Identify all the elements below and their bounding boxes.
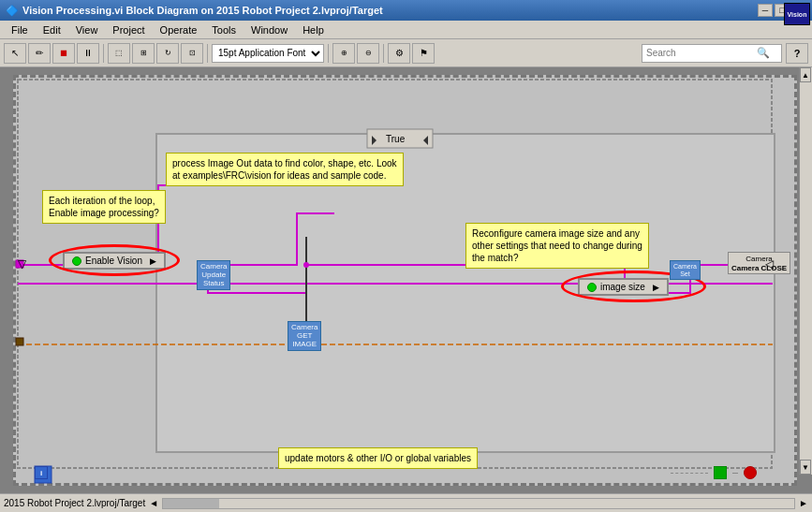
green-indicator [714, 466, 727, 479]
svg-text:True: True [386, 134, 406, 144]
menu-project[interactable]: Project [105, 22, 152, 37]
title-bar-icon: 🔷 [6, 5, 19, 17]
toolbar-flag-btn[interactable]: ⚑ [412, 43, 435, 64]
wire-canvas: True [16, 78, 794, 483]
image-size-arrow: ▶ [653, 283, 659, 292]
title-bar-text: Vision Processing.vi Block Diagram on 20… [22, 5, 758, 16]
toolbar-sep2 [207, 44, 208, 63]
comment-reconfigure: Reconfigure camera image size and any ot… [465, 223, 649, 269]
horizontal-scrollbar[interactable] [162, 498, 795, 509]
status-arrow-icon: ◄ [149, 498, 158, 508]
toolbar-sep3 [328, 44, 329, 63]
camera-close-node: Camera Camera CLOSE [728, 252, 790, 274]
toolbar-sep1 [103, 44, 104, 63]
menu-edit[interactable]: Edit [36, 22, 68, 37]
toolbar-btn4[interactable]: ↻ [156, 43, 179, 64]
scroll-up-btn[interactable]: ▲ [800, 67, 811, 82]
status-bar: 2015 Robot Project 2.lvproj/Target ◄ ► [0, 493, 812, 512]
menu-window[interactable]: Window [244, 22, 295, 37]
scroll-down-btn[interactable]: ▼ [800, 460, 811, 475]
toolbar-arrow-btn[interactable]: ↖ [4, 43, 26, 64]
menu-bar: File Edit View Project Operate Tools Win… [0, 21, 812, 39]
menu-view[interactable]: View [68, 22, 106, 37]
menu-tools[interactable]: Tools [204, 22, 244, 37]
main-area: ▲ ▼ True [0, 67, 812, 493]
scrollbar-thumb [163, 499, 219, 508]
toolbar-btn5[interactable]: ⊡ [181, 43, 203, 64]
title-bar: 🔷 Vision Processing.vi Block Diagram on … [0, 0, 812, 21]
status-right-arrow-icon: ► [799, 498, 808, 508]
svg-rect-2 [367, 129, 433, 148]
search-container: 🔍 [642, 44, 782, 63]
menu-help[interactable]: Help [295, 22, 332, 37]
camera-get-image-node: Camera GET IMAGE [288, 321, 321, 351]
toolbar-pause-btn[interactable]: ⏸ [77, 43, 99, 64]
green-led-icon [72, 256, 81, 266]
menu-operate[interactable]: Operate [153, 22, 205, 37]
toolbar-zoom-btn[interactable]: ⊕ [332, 43, 355, 64]
font-selector[interactable]: 15pt Application Font [212, 44, 324, 63]
toolbar-stop-btn[interactable]: ⏹ [52, 43, 75, 64]
svg-point-8 [303, 262, 309, 268]
image-size-button[interactable]: image size ▶ [578, 278, 669, 296]
svg-rect-0 [18, 80, 772, 468]
blue-indicator: i [35, 466, 48, 479]
toolbar-sep4 [383, 44, 384, 63]
dashed-connector [671, 473, 708, 474]
dashed-connector2 [732, 473, 738, 474]
camera-update-status-node: Camera Update Status [197, 260, 230, 290]
enable-vision-button[interactable]: Enable Vision ▶ [63, 252, 166, 270]
red-indicator [744, 466, 757, 479]
svg-marker-5 [423, 136, 428, 145]
block-diagram: True [13, 75, 797, 486]
search-icon[interactable]: 🔍 [755, 45, 772, 62]
toolbar-help-btn[interactable]: ? [786, 43, 808, 64]
menu-file[interactable]: File [4, 22, 36, 37]
status-project-path: 2015 Robot Project 2.lvproj/Target [4, 498, 145, 508]
svg-rect-13 [16, 338, 23, 345]
toolbar-btn2[interactable]: ⬚ [108, 43, 130, 64]
lv-logo: Vision [784, 3, 810, 25]
image-size-led-icon [587, 283, 597, 292]
toolbar-zoom-out-btn[interactable]: ⊖ [357, 43, 379, 64]
toolbar-btn3[interactable]: ⊞ [132, 43, 155, 64]
camera-set-node: CameraSet [670, 260, 701, 280]
search-input[interactable] [642, 48, 755, 58]
bottom-right-indicators [671, 466, 757, 479]
comment-process-image: process Image Out data to find color, sh… [166, 153, 404, 186]
enable-vision-arrow: ▶ [150, 256, 156, 266]
minimize-button[interactable]: ─ [758, 4, 773, 17]
toolbar-pencil-btn[interactable]: ✏ [28, 43, 51, 64]
toolbar: ↖ ✏ ⏹ ⏸ ⬚ ⊞ ↻ ⊡ 15pt Application Font ⊕ … [0, 39, 812, 67]
loop-right-arrow: ◁ [765, 257, 774, 271]
scrollbar-right[interactable]: ▲ ▼ [799, 67, 812, 475]
comment-update-motors: update motors & other I/O or global vari… [278, 447, 478, 469]
toolbar-gear-btn[interactable]: ⚙ [388, 43, 410, 64]
svg-marker-3 [372, 136, 376, 145]
comment-loop: Each iteration of the loop, Enable image… [42, 190, 166, 224]
loop-left-arrow: ▽ [18, 257, 26, 271]
iteration-indicator: i [35, 466, 48, 479]
